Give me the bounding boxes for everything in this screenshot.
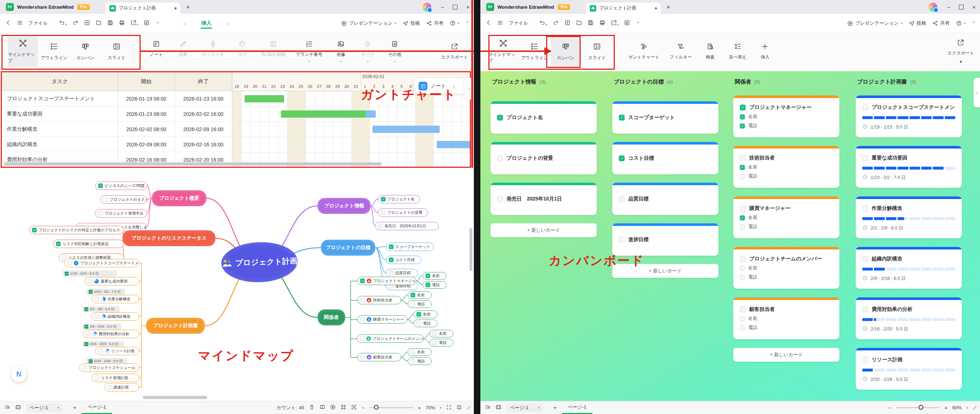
zoom-slider-knob[interactable] (919, 405, 923, 410)
subtopic-checkbox[interactable] (410, 359, 415, 363)
mindmap-subtopic[interactable]: 名前 (408, 348, 432, 356)
menu-icon[interactable] (497, 20, 503, 27)
back-button[interactable] (485, 20, 492, 27)
mindmap-subtopic[interactable]: 電話 (408, 300, 432, 308)
page-select-dropdown[interactable]: ページ-1▾ (26, 403, 62, 412)
add-card-button[interactable]: + 新しいカード (490, 223, 597, 237)
topic-checkbox[interactable] (94, 376, 99, 380)
page-select-dropdown[interactable]: ページ-1▾ (506, 403, 543, 412)
mindmap-branch-info[interactable]: プロジェクト情報 (318, 198, 371, 214)
page-tab[interactable]: ページ-1 (82, 401, 112, 414)
mindmap-topic[interactable]: ✓プロジェクトのリスクの特定と評価のプロセス (29, 226, 124, 234)
topic-checkbox[interactable] (360, 317, 365, 322)
kanban-card[interactable]: ✓プロジェクト名 (490, 102, 597, 134)
topic-checkbox[interactable] (381, 210, 385, 215)
undo-button[interactable]: ▾ (539, 20, 547, 27)
topic-checkbox[interactable] (103, 197, 108, 202)
share-export-button[interactable]: ▾ (611, 20, 619, 27)
sub-checkbox[interactable] (740, 266, 745, 271)
topic-checkbox-checked[interactable]: ✓ (32, 228, 37, 232)
topic-checkbox[interactable] (86, 332, 91, 336)
topic-checkbox-checked[interactable]: ✓ (389, 244, 393, 249)
mindmap-topic[interactable]: 顧客担当者 (357, 353, 401, 361)
topic-checkbox-checked[interactable]: ✓ (98, 183, 103, 188)
page-tab[interactable]: ページ-1 (562, 401, 592, 414)
help-button[interactable]: ▾ (956, 20, 966, 26)
mindmap-topic[interactable]: プロジェクトスケジュール (79, 363, 139, 372)
kanban-card[interactable]: プロジェクトスコープステートメント1/19 - 1/23 : 5.0 日 (856, 95, 962, 137)
gantt-bar[interactable] (372, 126, 440, 133)
add-card-button[interactable]: + 新しいカード (733, 348, 839, 362)
gantt-bar[interactable] (437, 141, 471, 148)
mindmap-subtopic[interactable]: ✓名前 (414, 311, 438, 318)
play-icon[interactable] (330, 404, 336, 411)
mindmap-topic[interactable]: ✓リスク対応戦略と計画策定 (53, 240, 124, 248)
zoom-in-button[interactable]: + (418, 404, 421, 411)
file-menu[interactable]: ファイル (509, 20, 528, 27)
topic-checkbox-checked[interactable]: ✓ (56, 241, 61, 246)
card-checkbox[interactable] (862, 155, 868, 161)
zoom-in-button[interactable]: + (944, 404, 948, 411)
right-panel-handle[interactable]: ‹ (974, 78, 980, 108)
topic-checkbox[interactable] (360, 355, 365, 360)
zoom-caret-icon[interactable]: ▾ (966, 406, 968, 410)
card-checkbox[interactable] (740, 306, 746, 312)
tool-ganttbtn[interactable]: ガントチャート (628, 43, 660, 60)
mindmap-topic[interactable]: 購買マネージャー (357, 315, 407, 324)
card-checkbox[interactable] (862, 105, 868, 110)
card-checkbox[interactable] (497, 155, 503, 161)
mindmap-topic[interactable]: プロジェクトチームのメンバー (357, 335, 424, 343)
topic-checkbox[interactable] (98, 211, 103, 216)
page-list-icon[interactable] (485, 404, 490, 411)
canvas-h-scrollbar[interactable] (143, 396, 207, 399)
gantt-bar[interactable] (366, 110, 376, 118)
mindmap-topic[interactable]: ✓スコープターゲット (386, 243, 434, 251)
open-button[interactable] (576, 20, 582, 27)
topic-checkbox-checked[interactable]: ✓ (360, 279, 365, 283)
card-checkbox[interactable] (862, 206, 868, 211)
card-checkbox[interactable] (740, 206, 746, 211)
mindmap-subtopic[interactable]: ✓名前 (423, 272, 447, 280)
topic-checkbox[interactable] (360, 298, 365, 303)
card-checkbox[interactable] (862, 306, 868, 312)
zoom-out-button[interactable]: − (888, 404, 891, 411)
mindmap-branch-goals[interactable]: プロジェクトの目標 (321, 240, 375, 256)
topic-checkbox[interactable] (98, 349, 103, 353)
sub-checkbox-checked[interactable]: ✓ (740, 114, 745, 119)
topic-checkbox[interactable] (389, 271, 393, 275)
sub-checkbox[interactable] (740, 275, 745, 280)
new-tab-button[interactable]: + (667, 4, 670, 11)
add-page-button[interactable]: + (73, 404, 77, 411)
mindmap-topic[interactable]: 重要な成功要因 (85, 277, 139, 286)
topic-checkbox[interactable] (360, 336, 364, 341)
kanban-card[interactable]: プロジェクトチームのメンバー名前電話 (733, 247, 839, 289)
mindmap-branch-plan[interactable]: プロジェクト計画書 (146, 318, 205, 334)
mindmap-branch-stake[interactable]: 関係者 (318, 309, 345, 325)
subtopic-checkbox-checked[interactable]: ✓ (410, 293, 415, 297)
canvas-v-scrollbar[interactable] (469, 228, 473, 271)
kanban-card[interactable]: 購買マネージャー✓名前電話 (733, 197, 839, 238)
mindmap-topic[interactable]: プロジェクトのタスク (100, 195, 147, 204)
mindmap-branch-overview[interactable]: プロジェクト概要 (152, 190, 207, 206)
subtopic-checkbox[interactable] (433, 331, 437, 336)
zoom-slider[interactable] (369, 407, 413, 408)
topic-checkbox[interactable] (94, 297, 99, 301)
sub-checkbox-checked[interactable]: ✓ (740, 165, 745, 170)
page-layout-icon[interactable] (496, 404, 501, 411)
frame-icon[interactable] (340, 404, 346, 411)
mindmap-topic[interactable]: ✓プロジェクトマネージャー (357, 277, 417, 285)
kanban-card[interactable]: 作業分解構造2/2 - 2/9 : 6.0 日 (856, 197, 962, 238)
mindmap-topic[interactable]: 費用対効果の分析 (83, 330, 139, 338)
mindmap-topic[interactable]: プロジェクトの背景 (378, 208, 428, 217)
page-list-icon[interactable] (4, 404, 10, 411)
view-tab-slide[interactable]: スライド (582, 36, 612, 67)
mindmap-branch-risk[interactable]: プロジェクトのリスクステータス (123, 230, 215, 246)
page-fit-icon[interactable] (320, 404, 325, 411)
toolbar-collapse-icon[interactable] (636, 20, 641, 27)
close-button[interactable]: × (972, 4, 976, 10)
card-checkbox[interactable] (619, 196, 625, 202)
topic-checkbox[interactable] (107, 385, 111, 390)
presentation-button[interactable]: プレゼンテーション▾ (847, 20, 903, 27)
add-page-button[interactable]: + (554, 404, 557, 411)
mindmap-topic[interactable]: ✓プロジェクト名 (378, 195, 420, 203)
